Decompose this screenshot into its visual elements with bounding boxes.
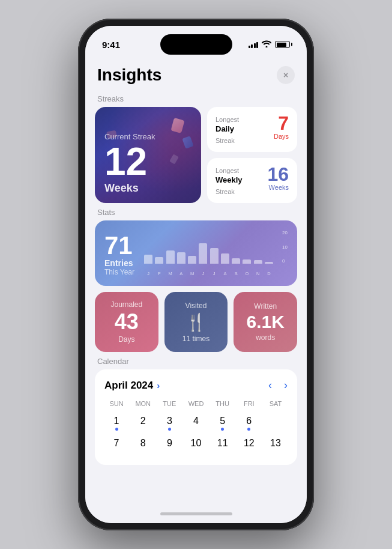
journaled-label: Journaled: [110, 300, 142, 309]
x-label-o: O: [243, 271, 251, 276]
streaks-container: Current Streak 12 Weeks Longest Daily St…: [85, 107, 307, 203]
daily-streak-prefix: Longest: [216, 116, 239, 123]
calendar-card: April 2024 › ‹ › SUN MON TUE WED: [95, 369, 297, 465]
x-label-a2: A: [221, 271, 229, 276]
chart-bar-jul: [210, 248, 219, 264]
chart-bar-sep: [232, 258, 240, 264]
weekly-streak-value-group: 16 Weeks: [267, 165, 289, 191]
calendar-header: April 2024 › ‹ ›: [104, 379, 288, 392]
entries-label: Entries: [104, 258, 134, 268]
content-scroll[interactable]: Insights × Streaks: [85, 56, 307, 504]
page-title: Insights: [97, 65, 161, 85]
x-label-d: D: [265, 271, 273, 276]
battery-icon: [275, 41, 290, 48]
daily-streak-bold: Daily: [216, 124, 239, 135]
dynamic-island: [160, 34, 232, 55]
close-button[interactable]: ×: [277, 66, 295, 84]
chart-bar-nov: [254, 260, 262, 264]
chart-bar-feb: [155, 257, 163, 264]
signal-bars: [249, 41, 259, 48]
written-card: Written 6.1K words: [234, 292, 297, 352]
daily-streak-number: 7: [278, 114, 289, 133]
cal-day-7[interactable]: 7: [104, 435, 128, 455]
chart-bar-mar: [166, 250, 175, 264]
daily-streak-line2: Streak: [216, 137, 235, 144]
x-label-m1: M: [166, 271, 175, 276]
cal-day-13[interactable]: 13: [264, 435, 288, 455]
cal-day-8[interactable]: 8: [131, 435, 155, 455]
y-label-0: 0: [282, 258, 288, 264]
journaled-sublabel: Days: [118, 335, 134, 344]
stats-chart-card: 71 Entries This Year: [95, 220, 297, 286]
home-indicator: [85, 504, 307, 523]
cal-day-10[interactable]: 10: [184, 435, 208, 455]
stats-bottom-row: Journaled 43 Days Visited 🍴 11 times Wri…: [95, 292, 297, 352]
x-label-a1: A: [177, 271, 185, 276]
x-label-m2: M: [188, 271, 196, 276]
cal-header-mon: MON: [131, 399, 155, 411]
stats-container: 71 Entries This Year: [85, 220, 307, 352]
written-label: Written: [254, 302, 277, 311]
chart-bar-apr: [177, 252, 185, 264]
y-label-20: 20: [282, 230, 288, 235]
calendar-section-label: Calendar: [85, 352, 307, 369]
daily-streak-labels: Longest Daily Streak: [216, 114, 239, 145]
cal-header-sat: SAT: [264, 399, 288, 411]
x-label-n: N: [254, 271, 262, 276]
cal-day-4[interactable]: 4: [184, 413, 208, 433]
daily-streak-header: Longest Daily Streak 7 Days: [216, 114, 289, 145]
current-streak-unit: Weeks: [104, 182, 191, 195]
x-label-f: F: [155, 271, 163, 276]
current-streak-number: 12: [104, 142, 191, 181]
chart-x-labels: J F M A M J J: [144, 271, 288, 276]
x-label-j1: J: [144, 271, 152, 276]
confetti-1: [170, 118, 184, 133]
streaks-section-label: Streaks: [85, 89, 307, 107]
calendar-nav: ‹ ›: [268, 379, 288, 392]
calendar-forward-chevron[interactable]: ›: [157, 380, 160, 390]
cal-day-3[interactable]: 3: [157, 413, 181, 433]
weekly-streak-number: 16: [267, 165, 289, 184]
visited-sublabel: 11 times: [182, 335, 210, 343]
restaurant-icon: 🍴: [185, 312, 207, 332]
status-time: 9:41: [102, 40, 120, 50]
cal-day-5[interactable]: 5: [211, 413, 235, 433]
home-bar: [160, 512, 232, 515]
chart-bar-may: [188, 256, 196, 264]
visited-card: Visited 🍴 11 times: [164, 292, 228, 352]
status-icons: [249, 40, 291, 49]
y-label-10: 10: [282, 244, 288, 250]
calendar-container: April 2024 › ‹ › SUN MON TUE WED: [85, 369, 307, 465]
cal-day-12[interactable]: 12: [237, 435, 261, 455]
weekly-streak-line1: Weekly: [216, 175, 243, 186]
battery-fill: [277, 43, 286, 47]
cal-header-sun: SUN: [104, 399, 128, 411]
signal-bar-2: [251, 44, 253, 48]
calendar-prev-button[interactable]: ‹: [268, 379, 272, 392]
cal-day-2[interactable]: 2: [131, 413, 155, 433]
cal-day-1[interactable]: 1: [104, 413, 128, 433]
cal-day-11[interactable]: 11: [211, 435, 235, 455]
longest-weekly-card: Longest Weekly Streak 16 Weeks: [207, 158, 297, 203]
written-number: 6.1K: [246, 313, 284, 331]
cal-day-6[interactable]: 6: [237, 413, 261, 433]
weekly-streak-bold: Weekly: [216, 175, 243, 186]
cal-day-empty-1: [264, 413, 288, 433]
cal-day-9[interactable]: 9: [157, 435, 181, 455]
signal-bar-1: [249, 46, 250, 48]
entries-number: 71: [104, 233, 134, 258]
chart-bar-dec: [265, 262, 273, 264]
cal-header-wed: WED: [184, 399, 208, 411]
calendar-month-text: April 2024: [104, 380, 153, 392]
entries-sublabel: This Year: [104, 268, 134, 276]
cal-header-fri: FRI: [237, 399, 261, 411]
x-label-s: S: [232, 271, 240, 276]
x-label-j3: J: [210, 271, 219, 276]
weekly-streak-line2: Streak: [216, 188, 235, 195]
stats-left: 71 Entries This Year: [104, 230, 134, 276]
weekly-streak-labels: Longest Weekly Streak: [216, 165, 243, 196]
current-streak-card: Current Streak 12 Weeks: [95, 107, 201, 203]
chart-bar-jan: [144, 255, 152, 264]
close-icon: ×: [283, 70, 288, 80]
calendar-next-button[interactable]: ›: [284, 379, 288, 392]
